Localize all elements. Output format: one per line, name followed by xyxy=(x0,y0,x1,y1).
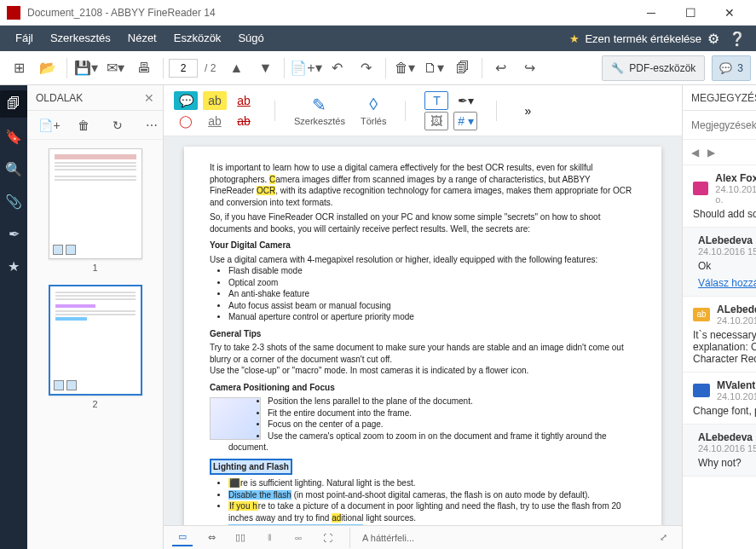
illustration-placeholder xyxy=(210,397,261,440)
signature-icon[interactable]: ✒▾ xyxy=(453,91,477,110)
star-icon: ★ xyxy=(569,32,580,45)
verify-button[interactable]: 🗐 xyxy=(449,55,476,82)
thumb-page-number: 1 xyxy=(49,263,142,273)
menubar: Fájl Szerkesztés Nézet Eszközök Súgó ★ E… xyxy=(0,26,756,51)
comment-avatar xyxy=(693,182,708,195)
recognize-button[interactable]: 🗋▾ xyxy=(420,55,447,82)
minimize-button[interactable]: ─ xyxy=(632,0,671,26)
menu-help[interactable]: Súgó xyxy=(229,26,272,51)
view-thumb-icon[interactable]: ▫▫ xyxy=(288,529,309,546)
strikeout-icon[interactable]: ab xyxy=(232,112,256,130)
rail-bookmarks-icon[interactable]: 🔖 xyxy=(0,123,27,150)
comment-item[interactable]: ab ALebedeva 24.10.2016 15:42 2. o. It`s… xyxy=(683,297,756,373)
image-icon[interactable]: 🖼 xyxy=(424,112,448,130)
annotation-toolbar: 💬 ab ab ◯ ab ab ✎ Szerkesztés ◊ Törlés xyxy=(164,85,682,136)
comment-avatar: ab xyxy=(693,308,710,321)
redo-button[interactable]: ↪ xyxy=(517,55,544,82)
comment-meta: 24.10.2016 15:44 2. o. xyxy=(717,391,756,402)
print-button[interactable]: 🖶 xyxy=(130,55,158,82)
rotate-right-button[interactable]: ↷ xyxy=(353,55,380,82)
comment-body: Should add some examples. xyxy=(693,208,756,220)
highlight-icon[interactable]: ab xyxy=(203,91,227,110)
open-button[interactable]: 📂 xyxy=(34,55,61,82)
comment-icon: 💬 xyxy=(719,62,732,74)
menu-file[interactable]: Fájl xyxy=(7,26,42,51)
undo-button[interactable]: ↩ xyxy=(488,55,515,82)
add-page-icon[interactable]: 📄+ xyxy=(36,112,63,139)
comment-meta: 24.10.2016 15:44 xyxy=(698,443,756,454)
rail-pages-icon[interactable]: 🗐 xyxy=(0,90,27,118)
comment-body: It`s necessary to give an explanation: O… xyxy=(693,329,756,365)
add-page-button[interactable]: 📄+▾ xyxy=(290,55,321,82)
rotate-left-button[interactable]: ↶ xyxy=(324,55,351,82)
pages-pane-close-icon[interactable]: ✕ xyxy=(144,91,154,105)
comment-meta: 24.10.2016 15:39 2. o. xyxy=(715,184,756,205)
view-fitwidth-icon[interactable]: ⇔ xyxy=(201,529,222,546)
menu-edit[interactable]: Szerkesztés xyxy=(42,26,119,51)
expand-tools-icon[interactable]: » xyxy=(516,101,540,120)
next-page-button[interactable]: ▼ xyxy=(251,55,279,82)
pages-pane-title: OLDALAK xyxy=(36,92,144,104)
rate-product-link[interactable]: ★ Ezen termék értékelése xyxy=(569,32,701,45)
menu-view[interactable]: Nézet xyxy=(119,26,165,51)
view-book-icon[interactable]: ▯▯ xyxy=(230,529,251,546)
rail-signatures-icon[interactable]: ✒ xyxy=(0,220,27,247)
settings-icon[interactable]: ⚙ xyxy=(701,31,725,47)
prev-page-button[interactable]: ▲ xyxy=(222,55,250,82)
page-thumbnail[interactable]: 2 xyxy=(49,285,142,409)
link-icon[interactable]: # ▾ xyxy=(453,112,477,130)
comment-body: Change font, please xyxy=(693,405,756,417)
new-doc-button[interactable]: ⊞ xyxy=(5,55,32,82)
zoom-fit-icon[interactable]: ⤢ xyxy=(653,529,673,546)
comment-item[interactable]: MValentina 24.10.2016 15:44 2. o. Change… xyxy=(683,373,756,425)
textbox-icon[interactable]: T xyxy=(424,91,448,110)
comments-pane-title: MEGJEGYZÉSEK xyxy=(691,92,756,104)
center-pane: 💬 ab ab ◯ ab ab ✎ Szerkesztés ◊ Törlés xyxy=(164,85,683,549)
page-thumbnail[interactable]: 1 xyxy=(49,148,142,273)
save-button[interactable]: 💾▾ xyxy=(72,55,100,82)
app-icon xyxy=(7,6,20,20)
pages-pane: OLDALAK ✕ 📄+ 🗑 ↻ ⋯ 1 xyxy=(27,85,164,549)
comment-author: ALebedeva xyxy=(698,234,756,246)
thumb-page-number: 2 xyxy=(49,399,142,409)
maximize-button[interactable]: ☐ xyxy=(671,0,710,26)
next-comment-icon[interactable]: ▶ xyxy=(707,147,715,159)
view-single-icon[interactable]: ▭ xyxy=(172,529,193,546)
document-viewport[interactable]: It is important to learn how to use a di… xyxy=(164,136,682,525)
rail-attachments-icon[interactable]: 📎 xyxy=(0,188,27,215)
view-fullscreen-icon[interactable]: ⛶ xyxy=(317,529,338,546)
help-icon[interactable]: ❔ xyxy=(725,31,749,47)
comments-toggle-button[interactable]: 💬 3 xyxy=(712,55,751,81)
prev-comment-icon[interactable]: ◀ xyxy=(691,147,699,159)
erase-icon: ◊ xyxy=(361,95,385,114)
rail-search-icon[interactable]: 🔍 xyxy=(0,155,27,182)
comments-search-input[interactable] xyxy=(691,119,756,131)
comment-item[interactable]: Alex Fox 24.10.2016 15:39 2. o. ⋯ Should… xyxy=(683,165,756,228)
insert-text-icon[interactable]: ab xyxy=(203,112,227,130)
document-page: It is important to learn how to use a di… xyxy=(184,147,661,525)
comment-author: MValentina xyxy=(717,379,756,391)
rail-favorites-icon[interactable]: ★ xyxy=(0,252,27,280)
underline-icon[interactable]: ab xyxy=(232,91,256,110)
view-continuous-icon[interactable]: ⦀ xyxy=(259,529,280,546)
delete-button[interactable]: 🗑▾ xyxy=(391,55,418,82)
comment-reply-item[interactable]: ALebedeva 24.10.2016 15:41 Ok Válasz hoz… xyxy=(683,228,756,297)
comment-avatar xyxy=(693,384,710,397)
comments-list[interactable]: Alex Fox 24.10.2016 15:39 2. o. ⋯ Should… xyxy=(683,165,756,549)
erase-group[interactable]: ◊ Törlés xyxy=(361,95,387,126)
remove-page-icon[interactable]: 🗑 xyxy=(70,112,97,139)
add-reply-link[interactable]: Válasz hozzáadása xyxy=(698,277,756,289)
comment-meta: 24.10.2016 15:42 2. o. xyxy=(717,315,756,326)
note-icon[interactable]: 💬 xyxy=(174,91,198,110)
pdf-tools-button[interactable]: 🔧 PDF-eszközök xyxy=(602,55,705,81)
edit-group[interactable]: ✎ Szerkesztés xyxy=(294,95,345,126)
rotate-icon[interactable]: ↻ xyxy=(104,112,131,139)
close-button[interactable]: ✕ xyxy=(710,0,749,26)
page-number-input[interactable] xyxy=(169,59,198,78)
stamp-icon[interactable]: ◯ xyxy=(174,112,198,130)
comment-reply-item[interactable]: ALebedeva 24.10.2016 15:44 Why not? xyxy=(683,425,756,477)
menu-tools[interactable]: Eszközök xyxy=(165,26,230,51)
window-title: Document_2108 - ABBYY FineReader 14 xyxy=(27,7,632,19)
mail-button[interactable]: ✉▾ xyxy=(101,55,129,82)
more-icon[interactable]: ⋯ xyxy=(138,112,165,139)
